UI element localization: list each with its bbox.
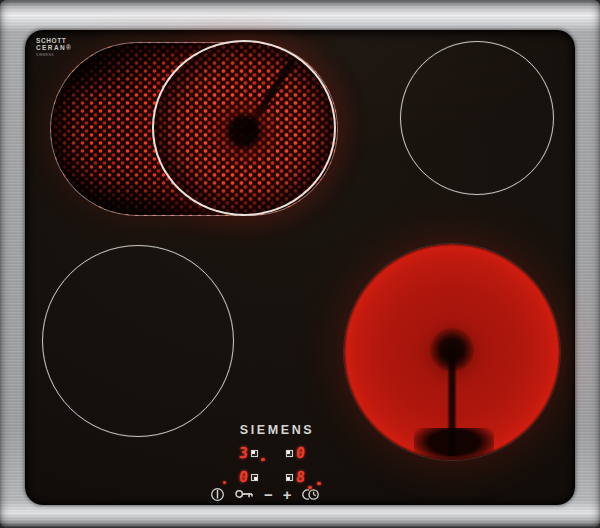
burner-front-right-dual-zone bbox=[344, 244, 560, 460]
timer-clock-icon bbox=[302, 488, 320, 501]
display-cell-back-right[interactable]: 0 bbox=[286, 445, 305, 462]
badge-line2: CERAN® bbox=[36, 44, 72, 51]
touch-control-row: − + bbox=[210, 485, 320, 503]
plus-button[interactable]: + bbox=[283, 487, 292, 502]
display-cell-front-right[interactable]: 8 bbox=[286, 469, 312, 486]
power-digit: 3 bbox=[238, 446, 248, 461]
burner-back-left-main-circle bbox=[152, 40, 336, 216]
power-digit: 0 bbox=[238, 470, 248, 485]
ceramic-glass-surface: SCHOTT CERAN® SIEMENS SIEMENS 3 0 0 bbox=[25, 30, 575, 505]
power-led-dot bbox=[223, 481, 227, 485]
key-lock-icon bbox=[235, 489, 254, 499]
minus-label: − bbox=[264, 487, 273, 502]
display-cell-back-left[interactable]: 3 bbox=[239, 445, 265, 462]
minus-button[interactable]: − bbox=[264, 487, 273, 502]
power-icon bbox=[210, 487, 225, 502]
display-cell-front-left[interactable]: 0 bbox=[239, 469, 258, 486]
zone-indicator-square-icon bbox=[251, 450, 258, 457]
power-button[interactable] bbox=[210, 487, 225, 502]
child-lock-button[interactable] bbox=[235, 489, 254, 499]
plus-label: + bbox=[283, 487, 292, 502]
power-digit: 0 bbox=[295, 446, 305, 461]
siemens-logo: SIEMENS bbox=[237, 423, 317, 437]
power-digit: 8 bbox=[295, 470, 305, 485]
element-terminal-shadow bbox=[414, 428, 494, 460]
zone-indicator-square-icon bbox=[286, 450, 293, 457]
hob-product-photo: SCHOTT CERAN® SIEMENS SIEMENS 3 0 0 bbox=[0, 0, 600, 528]
schott-ceran-badge: SCHOTT CERAN® SIEMENS bbox=[36, 37, 72, 58]
heating-element-sensor-arm bbox=[241, 57, 297, 136]
burner-front-left bbox=[42, 245, 234, 437]
led-dot bbox=[261, 458, 265, 462]
zone-indicator-square-icon bbox=[251, 474, 258, 481]
timer-button[interactable] bbox=[302, 488, 320, 501]
badge-subline: SIEMENS bbox=[36, 54, 72, 58]
burner-back-right bbox=[400, 41, 554, 195]
timer-led-dot bbox=[317, 482, 321, 486]
badge-line1: SCHOTT bbox=[36, 37, 72, 44]
zone-indicator-square-icon bbox=[286, 474, 293, 481]
